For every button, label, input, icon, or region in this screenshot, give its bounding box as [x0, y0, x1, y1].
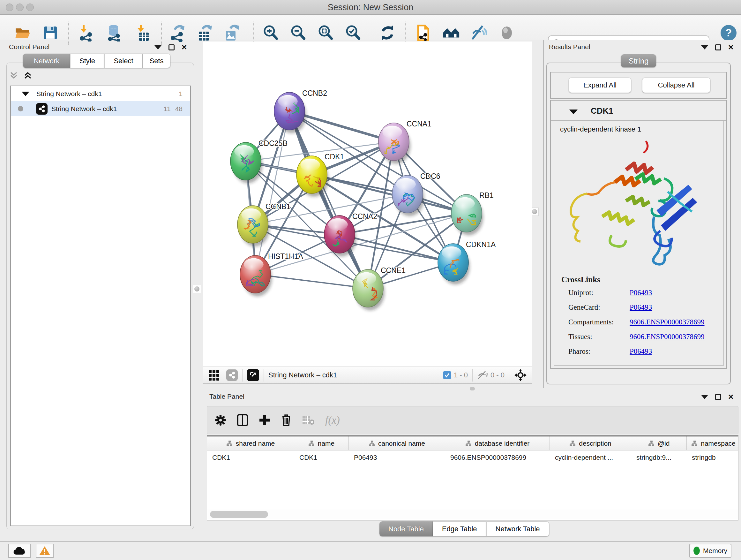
tab-edge-table[interactable]: Edge Table — [433, 521, 486, 537]
export-network-icon[interactable] — [169, 24, 187, 42]
float-panel-icon[interactable] — [715, 44, 721, 51]
network-edge-hist1h1a-ccne1[interactable] — [255, 274, 368, 288]
column-header[interactable]: canonical name — [349, 436, 445, 450]
export-table-icon[interactable] — [196, 24, 214, 42]
uniprot-link[interactable]: P06493 — [630, 289, 652, 297]
bottom-splitter-grip[interactable] — [470, 387, 475, 390]
birds-eye-view-icon[interactable] — [209, 370, 219, 381]
import-table-file-icon[interactable] — [134, 24, 151, 42]
export-image-icon[interactable] — [223, 24, 241, 42]
zoom-fit-icon[interactable] — [317, 24, 335, 42]
compartments-link[interactable]: 9606.ENSP00000378699 — [630, 318, 704, 326]
expand-all-icon[interactable] — [23, 71, 32, 80]
column-header[interactable]: description — [550, 436, 631, 450]
tab-sets[interactable]: Sets — [143, 54, 171, 68]
network-node-RB1[interactable] — [451, 194, 483, 235]
network-node-CCNB2[interactable] — [274, 92, 306, 133]
cell-database-identifier[interactable]: 9606.ENSP00000378699 — [445, 450, 550, 464]
cell-namespace[interactable]: stringdb — [687, 450, 738, 464]
open-session-icon[interactable] — [13, 24, 31, 42]
cell-shared-name[interactable]: CDK1 — [207, 450, 294, 464]
tab-network-table[interactable]: Network Table — [486, 521, 549, 537]
string-query-icon[interactable] — [414, 24, 432, 42]
left-splitter-grip[interactable] — [193, 285, 201, 293]
column-header[interactable]: name — [294, 436, 349, 450]
network-node-CCNA1[interactable] — [379, 123, 410, 164]
cell-description[interactable]: cyclin-dependent ... — [550, 450, 631, 464]
network-node-CDKN1A[interactable] — [438, 244, 470, 285]
network-node-CCNE1[interactable] — [353, 269, 385, 310]
column-header[interactable]: shared name — [207, 436, 294, 450]
eye-disabled-icon[interactable] — [498, 24, 516, 42]
hidden-eye-icon[interactable] — [477, 370, 488, 380]
network-node-CDC6[interactable] — [392, 175, 424, 216]
first-neighbors-icon[interactable] — [442, 24, 460, 42]
warning-button[interactable] — [36, 544, 54, 558]
save-session-icon[interactable] — [42, 24, 59, 42]
table-row[interactable]: CDK1 CDK1 P06493 9606.ENSP00000378699 cy… — [207, 450, 738, 464]
horizontal-scrollbar[interactable] — [207, 509, 738, 519]
network-node-HIST1H1A[interactable] — [240, 255, 272, 296]
selected-checkbox-icon[interactable] — [443, 371, 451, 379]
tab-select[interactable]: Select — [105, 54, 143, 68]
tab-node-table[interactable]: Node Table — [380, 521, 433, 537]
hide-show-icon[interactable] — [470, 24, 488, 42]
import-network-file-icon[interactable] — [77, 24, 94, 42]
table-gear-icon[interactable] — [215, 415, 226, 426]
network-edge-ccnb2-hist1h1a[interactable] — [255, 111, 289, 274]
network-overview-icon[interactable] — [226, 369, 238, 381]
network-collection-row[interactable]: String Network – cdk1 1 — [11, 86, 190, 101]
float-panel-icon[interactable] — [715, 394, 721, 400]
network-node-CCNA2[interactable] — [324, 215, 356, 256]
tab-network[interactable]: Network — [23, 54, 70, 68]
show-columns-icon[interactable] — [237, 414, 248, 426]
collapse-panel-icon[interactable] — [154, 45, 161, 50]
close-panel-icon[interactable]: × — [728, 44, 733, 51]
import-network-database-icon[interactable] — [105, 24, 123, 42]
network-edge-ccna2-cdkn1a[interactable] — [340, 234, 453, 262]
crosslink-row: Pharos: — [568, 348, 590, 356]
network-row[interactable]: String Network – cdk1 11 48 — [11, 101, 190, 116]
zoom-in-icon[interactable] — [262, 24, 280, 42]
zoom-out-icon[interactable] — [289, 24, 307, 42]
close-panel-icon[interactable]: × — [728, 394, 733, 400]
column-header[interactable]: namespace — [687, 436, 738, 450]
node-table[interactable]: shared name name canonical name database… — [207, 435, 738, 520]
help-icon[interactable]: ? — [720, 24, 738, 42]
cloud-button[interactable] — [8, 544, 30, 558]
float-panel-icon[interactable] — [169, 44, 175, 51]
tab-string[interactable]: String — [621, 54, 656, 67]
column-header[interactable]: database identifier — [445, 436, 550, 450]
collapse-all-icon[interactable] — [9, 71, 18, 80]
close-panel-icon[interactable]: × — [182, 44, 187, 51]
scrollbar-thumb[interactable] — [210, 511, 268, 518]
tissues-link[interactable]: 9606.ENSP00000378699 — [630, 333, 704, 341]
cell-id[interactable]: stringdb:9... — [631, 450, 687, 464]
export-view-icon[interactable] — [247, 369, 259, 381]
collapse-all-button[interactable]: Collapse All — [642, 78, 711, 93]
collapse-panel-icon[interactable] — [701, 45, 708, 50]
memory-button[interactable]: Memory — [689, 544, 731, 558]
cell-canonical-name[interactable]: P06493 — [349, 450, 445, 464]
zoom-selected-icon[interactable] — [344, 24, 362, 42]
add-column-icon[interactable] — [259, 415, 270, 426]
collapse-panel-icon[interactable] — [701, 395, 708, 399]
column-header[interactable]: @id — [631, 436, 687, 450]
network-edge-ccnb2-ccne1[interactable] — [289, 111, 368, 288]
tree-expand-caret[interactable] — [22, 91, 29, 96]
network-canvas[interactable]: CCNB2CCNA1CDC25BCDK1CDC6RB1CCNB1CCNA2CDK… — [203, 42, 532, 367]
network-edge-cdk1-rb1[interactable] — [312, 175, 467, 213]
expand-all-button[interactable]: Expand All — [569, 78, 631, 93]
refresh-icon[interactable] — [379, 24, 396, 42]
network-node-CCNB1[interactable] — [238, 206, 269, 246]
network-icon — [36, 103, 48, 115]
network-node-CDK1[interactable] — [296, 156, 328, 197]
pan-navigate-icon[interactable] — [514, 368, 527, 382]
pharos-link[interactable]: P06493 — [630, 348, 652, 355]
cell-name[interactable]: CDK1 — [294, 450, 349, 464]
genecard-link[interactable]: P06493 — [630, 303, 652, 311]
protein-collapse-caret[interactable] — [569, 110, 578, 114]
title-bar: Session: New Session — [0, 0, 741, 15]
delete-column-icon[interactable] — [281, 414, 291, 426]
tab-style[interactable]: Style — [70, 54, 105, 68]
